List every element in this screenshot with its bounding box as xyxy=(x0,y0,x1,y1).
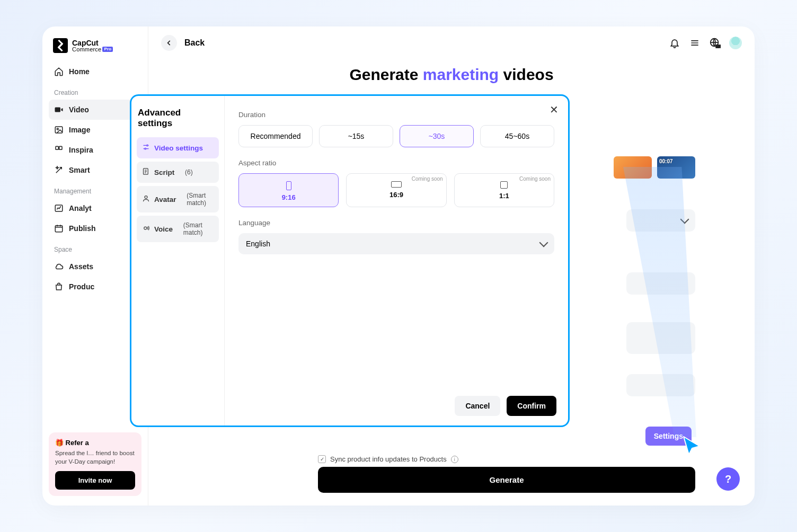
back-label: Back xyxy=(184,38,205,48)
help-button[interactable]: ? xyxy=(716,467,740,491)
section-space: Space xyxy=(49,238,141,256)
duration-options: Recommended ~15s ~30s 45~60s xyxy=(238,125,554,147)
invite-button[interactable]: Invite now xyxy=(55,471,135,490)
landscape-icon xyxy=(391,181,402,188)
duration-45-60s[interactable]: 45~60s xyxy=(480,125,554,147)
image-icon xyxy=(54,125,64,135)
nav-smart[interactable]: Smart xyxy=(49,160,141,180)
thumbnail-1[interactable] xyxy=(614,156,652,179)
nav-assets[interactable]: Assets xyxy=(49,256,141,277)
video-thumbnails: 00:07 xyxy=(614,156,695,179)
video-icon xyxy=(54,105,64,114)
avatar[interactable] xyxy=(729,37,742,49)
avatar-icon xyxy=(142,194,150,204)
aspect-label: Aspect ratio xyxy=(238,159,554,167)
nav-image[interactable]: Image xyxy=(49,120,141,140)
square-icon xyxy=(500,181,508,189)
sliders-icon xyxy=(142,143,150,153)
script-icon xyxy=(142,167,150,177)
svg-rect-0 xyxy=(55,108,61,112)
generate-button[interactable]: Generate xyxy=(318,467,695,493)
svg-point-13 xyxy=(144,227,147,229)
bell-icon[interactable] xyxy=(669,37,680,49)
svg-point-2 xyxy=(57,128,58,130)
chevron-down-icon xyxy=(680,215,689,224)
cursor-pointer-icon xyxy=(680,435,706,460)
logo: CapCut Commerce Pro xyxy=(49,36,141,61)
tab-avatar[interactable]: Avatar (Smart match) xyxy=(137,186,219,212)
analytics-icon xyxy=(54,203,64,213)
modal-body: ✕ Duration Recommended ~15s ~30s 45~60s … xyxy=(225,96,568,425)
voice-icon xyxy=(142,224,150,234)
aspect-1-1[interactable]: Coming soon 1:1 xyxy=(454,173,554,207)
section-management: Management xyxy=(49,180,141,198)
back-button[interactable] xyxy=(161,35,177,51)
topbar: Back EN xyxy=(148,26,755,59)
confirm-button[interactable]: Confirm xyxy=(507,396,556,416)
svg-rect-1 xyxy=(55,127,63,133)
section-creation: Creation xyxy=(49,82,141,100)
brand-line2: Commerce xyxy=(72,47,101,52)
tab-video-settings[interactable]: Video settings xyxy=(137,137,219,158)
language-select[interactable]: English xyxy=(238,233,554,254)
svg-point-9 xyxy=(147,145,148,146)
modal-sidebar: Advanced settings Video settings Script … xyxy=(131,96,225,425)
inspiration-icon xyxy=(54,145,64,155)
pro-badge: Pro xyxy=(102,47,113,52)
magic-icon xyxy=(54,165,64,175)
collapsed-row-1[interactable] xyxy=(626,209,695,232)
calendar-icon xyxy=(54,224,64,233)
info-icon[interactable]: i xyxy=(451,456,458,463)
portrait-icon xyxy=(286,181,291,190)
thumbnail-2[interactable]: 00:07 xyxy=(657,156,695,179)
collapsed-row-3[interactable] xyxy=(626,322,695,354)
aspect-16-9[interactable]: Coming soon 16:9 xyxy=(346,173,446,207)
svg-point-10 xyxy=(145,148,146,149)
cancel-button[interactable]: Cancel xyxy=(455,396,500,416)
collapsed-row-2[interactable] xyxy=(626,272,695,295)
aspect-options: 9:16 Coming soon 16:9 Coming soon 1:1 xyxy=(238,173,554,207)
language-icon[interactable]: EN xyxy=(709,37,721,49)
duration-30s[interactable]: ~30s xyxy=(400,125,474,147)
nav-video[interactable]: Video xyxy=(49,100,141,120)
nav-inspiration[interactable]: Inspira xyxy=(49,140,141,160)
sync-label: Sync product info updates to Products xyxy=(330,455,447,463)
nav-analytics[interactable]: Analyt xyxy=(49,198,141,218)
svg-point-12 xyxy=(145,196,147,199)
refer-card: 🎁 Refer a Spread the l… friend to boost … xyxy=(49,432,141,496)
refer-desc: Spread the l… friend to boost your V-Day… xyxy=(55,449,135,466)
nav-home[interactable]: Home xyxy=(49,61,141,82)
advanced-settings-modal: Advanced settings Video settings Script … xyxy=(130,94,570,427)
svg-rect-6 xyxy=(55,226,63,232)
sync-checkbox[interactable]: ✓ xyxy=(318,455,326,463)
svg-rect-4 xyxy=(59,146,62,149)
aspect-9-16[interactable]: 9:16 xyxy=(238,173,339,207)
nav-products[interactable]: Produc xyxy=(49,277,141,297)
duration-15s[interactable]: ~15s xyxy=(319,125,393,147)
chevron-down-icon xyxy=(539,238,548,247)
nav-publish[interactable]: Publish xyxy=(49,218,141,238)
page-title: Generate marketing videos xyxy=(148,66,755,84)
collapsed-row-4[interactable] xyxy=(626,374,695,396)
tab-voice[interactable]: Voice (Smart match) xyxy=(137,216,219,242)
refer-title: 🎁 Refer a xyxy=(55,439,135,447)
duration-recommended[interactable]: Recommended xyxy=(238,125,313,147)
brand-line1: CapCut xyxy=(72,39,113,47)
svg-text:EN: EN xyxy=(716,44,721,49)
duration-label: Duration xyxy=(238,111,554,119)
sync-row: ✓ Sync product info updates to Products … xyxy=(318,455,458,463)
svg-rect-3 xyxy=(56,146,58,149)
app-window: CapCut Commerce Pro Home Creation Video … xyxy=(42,26,755,506)
modal-title: Advanced settings xyxy=(137,105,219,137)
tab-script[interactable]: Script (6) xyxy=(137,162,219,183)
logo-icon xyxy=(53,38,68,53)
queue-icon[interactable] xyxy=(689,37,701,49)
home-icon xyxy=(54,67,64,76)
close-button[interactable]: ✕ xyxy=(550,103,559,116)
modal-footer: Cancel Confirm xyxy=(455,396,556,416)
cloud-icon xyxy=(54,262,64,271)
language-label: Language xyxy=(238,219,554,227)
bag-icon xyxy=(54,282,64,291)
